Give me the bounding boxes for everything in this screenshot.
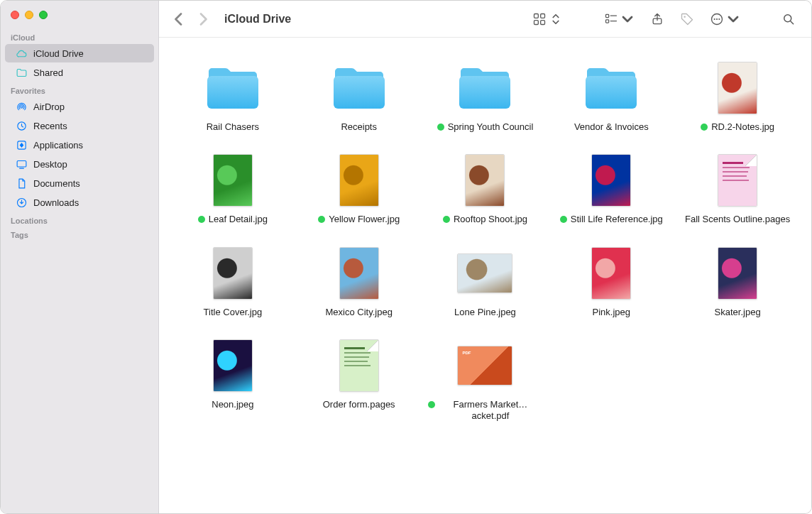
cloud-icon <box>15 47 28 60</box>
file-thumbnail <box>591 247 631 300</box>
file-thumbnail-wrap <box>330 244 388 302</box>
file-item-neon-jpeg[interactable]: Neon.jpeg <box>173 337 292 422</box>
chevron-down-icon <box>726 12 740 26</box>
close-window-button[interactable] <box>11 11 19 19</box>
more-icon <box>710 12 724 26</box>
sidebar-item-airdrop[interactable]: AirDrop <box>5 97 154 116</box>
svg-rect-9 <box>541 20 545 24</box>
file-grid: Rail Chasers Receipts Spring Youth Counc… <box>173 59 797 422</box>
search-icon <box>781 12 796 26</box>
view-mode-button[interactable] <box>528 9 567 29</box>
file-name-label: Rooftop Shoot.jpg <box>454 214 527 225</box>
folder-item-vendor-invoices[interactable]: Vendor & Invoices <box>552 59 671 133</box>
sidebar-item-applications[interactable]: Applications <box>5 136 154 154</box>
file-name-label: Farmers Market…acket.pdf <box>439 399 542 422</box>
file-thumbnail-wrap <box>330 151 388 209</box>
file-thumbnail-wrap <box>204 244 262 302</box>
file-thumbnail: PDF <box>457 346 512 386</box>
sidebar-item-icloud-drive[interactable]: iCloud Drive <box>5 44 154 62</box>
file-item-title-cover-jpg[interactable]: Title Cover.jpg <box>173 244 292 318</box>
sidebar-item-label: Documents <box>33 178 80 189</box>
file-item-rd-2-notes-jpg[interactable]: RD.2-Notes.jpg <box>678 59 797 133</box>
tag-icon <box>680 12 694 26</box>
minimize-window-button[interactable] <box>25 11 33 19</box>
back-button[interactable] <box>170 9 187 29</box>
sidebar-item-label: iCloud Drive <box>33 48 84 59</box>
file-item-farmers-market-acket-pdf[interactable]: PDFFarmers Market…acket.pdf <box>426 337 545 422</box>
file-grid-scroll[interactable]: Rail Chasers Receipts Spring Youth Counc… <box>159 38 811 513</box>
file-thumbnail <box>339 247 379 300</box>
file-item-pink-jpeg[interactable]: Pink.jpeg <box>552 244 671 318</box>
file-name-label: Leaf Detail.jpg <box>209 214 268 225</box>
location-title: iCloud Drive <box>224 13 291 26</box>
tag-dot-green <box>437 124 444 131</box>
clock-icon <box>15 119 28 132</box>
sidebar-section-header: Locations <box>1 212 158 226</box>
sidebar-item-label: Desktop <box>33 159 67 170</box>
svg-point-17 <box>714 18 715 19</box>
file-label-row: Neon.jpeg <box>212 399 253 410</box>
file-item-leaf-detail-jpg[interactable]: Leaf Detail.jpg <box>173 151 292 225</box>
file-item-lone-pine-jpeg[interactable]: Lone Pine.jpeg <box>426 244 545 318</box>
svg-point-19 <box>718 18 720 19</box>
file-item-rooftop-shoot-jpg[interactable]: Rooftop Shoot.jpg <box>426 151 545 225</box>
file-label-row: Receipts <box>341 121 377 133</box>
tags-button[interactable] <box>676 9 698 29</box>
airdrop-icon <box>15 100 28 113</box>
file-thumbnail <box>591 154 631 207</box>
svg-rect-25 <box>586 76 637 109</box>
sidebar-item-shared[interactable]: Shared <box>5 63 154 82</box>
sidebar-item-downloads[interactable]: Downloads <box>5 193 154 212</box>
file-item-fall-scents-outline-pages[interactable]: Fall Scents Outline.pages <box>678 151 797 225</box>
file-item-still-life-reference-jpg[interactable]: Still Life Reference.jpg <box>552 151 671 225</box>
share-icon <box>650 12 664 26</box>
folder-shared-icon <box>15 66 28 79</box>
file-item-skater-jpeg[interactable]: Skater.jpeg <box>678 244 797 318</box>
forward-button[interactable] <box>194 9 212 29</box>
file-item-yellow-flower-jpg[interactable]: Yellow Flower.jpg <box>300 151 419 225</box>
svg-rect-23 <box>334 76 385 109</box>
file-name-label: Yellow Flower.jpg <box>329 214 400 225</box>
share-button[interactable] <box>646 9 669 29</box>
file-label-row: RD.2-Notes.jpg <box>701 121 774 133</box>
svg-line-21 <box>791 21 794 23</box>
file-name-label: Mexico City.jpeg <box>325 307 392 318</box>
file-thumbnail-wrap <box>204 151 262 209</box>
folder-item-rail-chasers[interactable]: Rail Chasers <box>173 59 292 133</box>
zoom-window-button[interactable] <box>39 11 48 19</box>
folder-icon <box>456 59 514 117</box>
action-menu-button[interactable] <box>706 9 745 29</box>
svg-point-20 <box>784 14 791 21</box>
folder-item-receipts[interactable]: Receipts <box>300 59 419 133</box>
svg-rect-3 <box>17 160 26 167</box>
file-thumbnail-wrap <box>708 59 767 117</box>
tag-dot-green <box>443 216 450 223</box>
file-thumbnail <box>718 154 757 207</box>
tag-dot-green <box>560 216 567 223</box>
group-by-button[interactable] <box>600 9 639 29</box>
search-button[interactable] <box>777 9 800 29</box>
file-item-order-form-pages[interactable]: Order form.pages <box>300 337 419 422</box>
file-label-row: Leaf Detail.jpg <box>198 214 268 225</box>
svg-point-18 <box>716 18 718 19</box>
file-thumbnail <box>457 253 512 293</box>
folder-item-spring-youth-council[interactable]: Spring Youth Council <box>426 59 545 133</box>
svg-rect-6 <box>534 13 539 18</box>
file-label-row: Farmers Market…acket.pdf <box>428 399 542 422</box>
folder-icon <box>330 59 388 117</box>
svg-rect-10 <box>606 14 609 17</box>
sidebar-item-label: Shared <box>33 67 63 78</box>
file-thumbnail <box>339 154 379 207</box>
file-item-mexico-city-jpeg[interactable]: Mexico City.jpeg <box>300 244 419 318</box>
sidebar-item-recents[interactable]: Recents <box>5 116 154 135</box>
file-name-label: Spring Youth Council <box>448 121 534 133</box>
tag-dot-green <box>701 124 708 131</box>
sidebar-section-header: Favorites <box>1 82 158 97</box>
desktop-icon <box>15 158 28 170</box>
sidebar-item-desktop[interactable]: Desktop <box>5 155 154 173</box>
sidebar-item-documents[interactable]: Documents <box>5 174 154 192</box>
file-thumbnail-wrap <box>204 337 262 395</box>
file-name-label: Pink.jpeg <box>593 307 630 318</box>
file-thumbnail <box>213 154 253 207</box>
file-label-row: Mexico City.jpeg <box>325 307 392 318</box>
